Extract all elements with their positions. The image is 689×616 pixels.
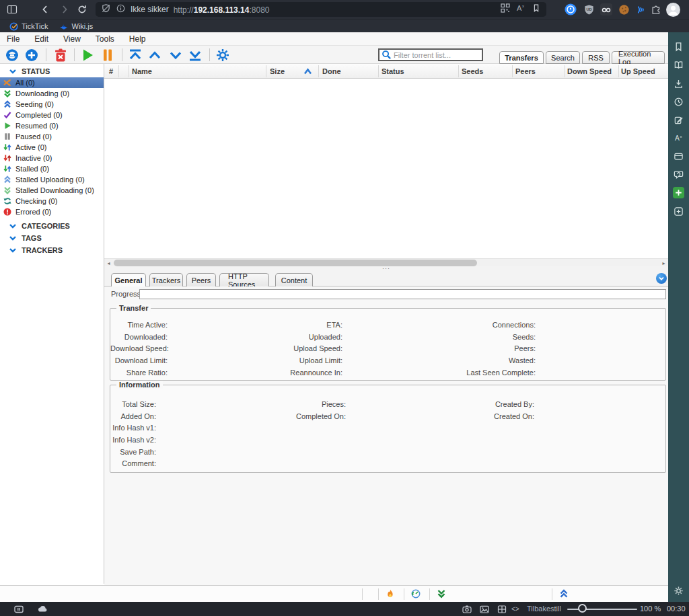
resume-button[interactable] [80,48,95,63]
bookmark-page-icon[interactable] [532,3,541,15]
move-bottom-button[interactable] [188,48,203,63]
upload-speed-icon [559,589,569,601]
history-icon[interactable] [673,96,684,108]
qr-code-icon[interactable] [501,3,510,15]
translate-icon[interactable]: Ax [516,3,525,15]
move-top-button[interactable] [128,48,143,63]
tab-http-sources[interactable]: HTTP Sources [219,273,269,286]
filters-status-header[interactable]: STATUS [0,65,104,77]
translate-panel-icon[interactable]: Ax [673,132,684,144]
chat-assistant-icon[interactable] [673,169,684,180]
media-controls-icon[interactable] [13,604,24,614]
col-status[interactable]: Status [382,64,404,79]
menu-tools[interactable]: Tools [96,34,114,44]
filter-resumed[interactable]: Resumed (0) [0,120,104,131]
reload-icon[interactable] [74,1,90,17]
alt-speed-icon[interactable] [386,589,395,601]
pinned-app-icon[interactable] [673,187,684,198]
tab-transfers[interactable]: Transfers [499,51,544,64]
bookmark-wikijs[interactable]: Wiki.js [54,20,99,33]
reset-label[interactable]: Tilbakestill [527,602,561,616]
sidebar-toggle-icon[interactable] [4,1,20,17]
back-icon[interactable] [37,1,53,17]
filter-input[interactable] [394,51,474,59]
tab-execution-log[interactable]: Execution Log [612,51,665,64]
add-torrent-file-button[interactable] [24,48,39,63]
userscripts-icon[interactable] [598,1,614,17]
filter-completed[interactable]: Completed (0) [0,110,104,120]
filter-inactive[interactable]: Inactive (0) [0,153,104,163]
filter-all[interactable]: All (0) [0,77,104,88]
bookmarks-panel-icon[interactable] [673,41,684,52]
filter-stalled-uploading[interactable]: Stalled Uploading (0) [0,174,104,185]
col-name[interactable]: Name [132,64,152,79]
filters-tags-header[interactable]: TAGS [0,232,104,244]
cloud-icon[interactable] [38,604,48,614]
tab-general[interactable]: General [111,273,146,287]
tab-trackers[interactable]: Trackers [149,273,183,286]
shields-off-icon[interactable] [101,3,111,16]
filter-stalled[interactable]: Stalled (0) [0,163,104,174]
forward-icon[interactable] [57,1,73,17]
reading-list-icon[interactable] [673,59,684,71]
panel-resize-handle[interactable]: ··· [104,266,668,272]
arrows-down-up-icon [3,165,11,173]
col-size[interactable]: Size [270,64,285,79]
tab-rss[interactable]: RSS [582,51,610,64]
col-number[interactable]: # [109,64,113,79]
filters-trackers-header[interactable]: TRACKERS [0,244,104,256]
divider [378,65,379,77]
torrent-filter[interactable] [378,48,483,61]
filters-categories-header[interactable]: CATEGORIES [0,220,104,232]
add-torrent-link-button[interactable] [5,48,20,63]
menu-edit[interactable]: Edit [34,34,48,44]
signal-icon[interactable] [632,1,649,17]
filter-seeding[interactable]: Seeding (0) [0,99,104,110]
col-down-speed[interactable]: Down Speed [567,64,612,79]
screenshot-icon[interactable] [462,604,472,614]
filter-paused[interactable]: Paused (0) [0,131,104,142]
filter-checking[interactable]: Checking (0) [0,196,104,206]
double-chevron-down-icon [3,89,11,98]
profile-avatar[interactable] [665,1,681,17]
scrollbar-thumb[interactable] [114,260,477,266]
cookie-icon[interactable] [616,1,632,17]
filter-active[interactable]: Active (0) [0,142,104,153]
zoom-slider-knob[interactable] [578,604,587,613]
window-grid-icon[interactable] [497,604,507,614]
filter-downloading[interactable]: Downloading (0) [0,88,104,99]
col-done[interactable]: Done [322,64,341,79]
menu-file[interactable]: File [7,34,20,44]
collapse-panel-button[interactable] [656,273,667,284]
delete-button[interactable] [53,48,68,63]
col-seeds[interactable]: Seeds [462,64,483,79]
move-up-button[interactable] [147,48,162,63]
adblock-shield-icon[interactable]: UD [581,1,597,17]
wallet-icon[interactable] [673,151,684,162]
panel-settings-icon[interactable] [673,585,684,596]
divider [266,65,266,77]
image-icon[interactable] [479,604,489,614]
password-manager-icon[interactable] [563,1,579,17]
tab-content[interactable]: Content [275,273,313,286]
col-up-speed[interactable]: Up Speed [621,64,655,79]
menu-help[interactable]: Help [129,34,146,44]
notes-icon[interactable] [673,114,684,126]
filter-stalled-downloading[interactable]: Stalled Downloading (0) [0,185,104,196]
code-icon[interactable]: <> [511,602,519,616]
site-info-icon[interactable] [116,3,126,16]
pause-button[interactable] [100,48,115,63]
connection-status-icon[interactable] [411,589,421,601]
menu-view[interactable]: View [63,34,81,44]
tab-search[interactable]: Search [546,51,580,64]
col-peers[interactable]: Peers [515,64,536,79]
url-bar[interactable]: Ikke sikker http://192.168.113.14:8080 A… [96,2,546,17]
bookmark-ticktick[interactable]: TickTick [4,20,54,33]
downloads-icon[interactable] [673,78,684,89]
options-button[interactable] [215,48,230,63]
filter-errored[interactable]: Errored (0) [0,206,104,217]
tab-peers[interactable]: Peers [186,273,216,286]
extensions-icon[interactable] [648,1,664,17]
move-down-button[interactable] [168,48,183,63]
add-panel-icon[interactable] [673,206,684,217]
